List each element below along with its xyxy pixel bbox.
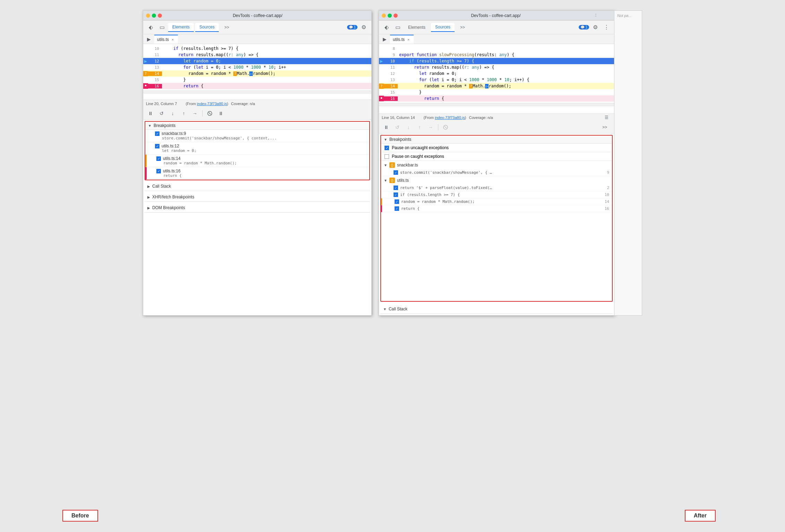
code-line-10-after: ▶ 10 if (results.length >= 7) {: [379, 58, 614, 64]
breakpoints-header-before[interactable]: ▼ Breakpoints: [145, 122, 369, 130]
after-panel: DevTools - coffee-cart.app/ ⋮ ⬖ ▭ Elemen…: [379, 10, 614, 316]
code-line-13-before: 13 for (let i = 0; i < 1000 * 1000 * 10;…: [143, 64, 371, 70]
call-stack-header-after[interactable]: ▼ Call Stack: [380, 304, 613, 314]
async-btn-before[interactable]: ⏸: [216, 109, 225, 118]
bp-check-utils14-before[interactable]: ✓: [156, 156, 161, 161]
cursor-icon-after[interactable]: ⬖: [382, 23, 391, 32]
bp-item-snackbar-before: ✓ snackbar.ts:9 store.commit('snackbar/s…: [145, 130, 369, 142]
notification-badge-after[interactable]: 💬 1: [579, 25, 589, 29]
source-link-before[interactable]: index-73f73a80.js: [197, 102, 227, 106]
window-title-after: DevTools - coffee-cart.app/: [398, 13, 594, 18]
tab-elements-before[interactable]: Elements: [168, 23, 194, 32]
source-link-after[interactable]: index-73f73a80.js: [435, 115, 465, 120]
minimize-btn-after[interactable]: [382, 14, 386, 18]
sidebar-before: ▼ Breakpoints ✓ snackbar.ts:9 store.comm…: [143, 120, 371, 315]
xhr-section-before: ▶ XHR/fetch Breakpoints: [145, 192, 370, 202]
xhr-header-before[interactable]: ▶ XHR/fetch Breakpoints: [145, 192, 370, 202]
title-bar-after: DevTools - coffee-cart.app/ ⋮: [379, 11, 614, 20]
not-paused-panel: Not pa...: [614, 10, 642, 316]
file-tab-close-after[interactable]: ×: [406, 37, 411, 42]
maximize-btn[interactable]: [152, 14, 156, 18]
close-btn-after[interactable]: [394, 14, 398, 18]
pause-btn-before[interactable]: ⏸: [146, 109, 155, 118]
bp-check-snackbar-before[interactable]: ✓: [155, 131, 159, 136]
file-tab-before: utils.ts ×: [154, 35, 178, 44]
step-out-btn-before[interactable]: ↑: [179, 109, 188, 118]
breakpoints-section-after: ▼ Breakpoints ✓ Pause on uncaught except…: [380, 135, 613, 302]
bp-code-utils14-before: random = random * Math.random();: [156, 161, 366, 165]
pause-uncaught-check[interactable]: ✓: [385, 146, 389, 150]
code-line-16-after: • 16 return {: [379, 95, 614, 102]
bp-code-snackbar-before: store.commit('snackbar/showMessage', { c…: [155, 136, 366, 140]
step-btn-before[interactable]: →: [190, 109, 199, 118]
coverage-before: Coverage: n/a: [231, 102, 255, 106]
close-btn[interactable]: [158, 14, 162, 18]
breakpoints-header-after[interactable]: ▼ Breakpoints: [381, 136, 612, 144]
bp-arrow-after: ▼: [384, 138, 387, 141]
call-stack-section-after: ▼ Call Stack: [380, 304, 613, 314]
bp-snackbar-item-1: ✓ store.commit('snackbar/showMessage', {…: [381, 169, 612, 176]
more-debug-btn[interactable]: >>: [598, 123, 611, 132]
pause-caught-check[interactable]: [385, 154, 389, 159]
tab-more-after[interactable]: >>: [456, 23, 469, 32]
bp-utils-item-4: ✓ return { 16: [381, 205, 612, 212]
h-scrollbar-before[interactable]: [143, 91, 371, 94]
bp-snackbar-check-1[interactable]: ✓: [394, 170, 398, 175]
debug-toolbar-after: ⏸ ↺ ↓ ↑ → >>: [379, 121, 614, 134]
code-line-11-after: 11 return results.map((r: any) => {: [379, 64, 614, 70]
toggle-sidebar-after[interactable]: ▶: [380, 35, 389, 43]
maximize-btn-after[interactable]: [388, 14, 392, 18]
file-tab-close-before[interactable]: ×: [170, 37, 175, 42]
file-tab-bar-after: ▶ utils.ts ×: [379, 34, 614, 44]
bp-item-utils16-before: ✓ utils.ts:16 return {: [145, 167, 369, 180]
top-toolbar-before: ⬖ ▭ Elements Sources >> 💬 1 ⚙: [143, 20, 371, 34]
step-out-btn-after[interactable]: ↑: [415, 123, 424, 132]
code-line-14-after: ? 14 random = random * ?Math.▷random();: [379, 83, 614, 89]
breakpoints-toggle-after[interactable]: [441, 123, 450, 132]
bp-utils-check-2[interactable]: ✓: [394, 192, 398, 197]
dom-header-before[interactable]: ▶ DOM Breakpoints: [145, 203, 370, 213]
device-icon-after[interactable]: ▭: [393, 23, 403, 32]
file-tab-after: utils.ts ×: [390, 35, 414, 44]
device-icon[interactable]: ▭: [157, 23, 167, 32]
call-stack-label-after: Call Stack: [389, 307, 407, 311]
tab-sources-after[interactable]: Sources: [431, 23, 455, 32]
tab-sources-before[interactable]: Sources: [195, 23, 219, 32]
step-over-btn-after[interactable]: ↺: [393, 123, 402, 132]
call-stack-section-before: ▶ Call Stack: [145, 182, 370, 191]
code-editor-after: 8 9 export function slowProcessing(resul…: [379, 44, 614, 113]
bp-group-snackbar-header[interactable]: ▼ {} snackbar.ts: [381, 161, 612, 169]
tab-elements-after[interactable]: Elements: [404, 23, 430, 32]
toggle-sidebar-before[interactable]: ▶: [145, 35, 153, 43]
bp-utils-item-2: ✓ if (results.length >= 7) { 10: [381, 191, 612, 198]
bp-check-utils16-before[interactable]: ✓: [156, 169, 161, 173]
bp-utils-check-3[interactable]: ✓: [395, 199, 399, 204]
pause-uncaught-item: ✓ Pause on uncaught exceptions: [381, 144, 612, 152]
step-btn-after[interactable]: →: [426, 123, 435, 132]
step-into-btn-before[interactable]: ↓: [168, 109, 177, 118]
xhr-label-before: XHR/fetch Breakpoints: [152, 195, 194, 199]
bp-group-utils-header[interactable]: ▼ {} utils.ts: [381, 176, 612, 185]
bp-utils-check-1[interactable]: ✓: [394, 186, 398, 190]
bp-group-snackbar: ▼ {} snackbar.ts ✓ store.commit('snackba…: [381, 161, 612, 176]
code-line-15-before: 15 }: [143, 77, 371, 83]
cursor-icon[interactable]: ⬖: [146, 23, 156, 32]
call-stack-header-before[interactable]: ▶ Call Stack: [145, 182, 370, 191]
bp-utils-check-4[interactable]: ✓: [395, 206, 399, 211]
bp-group-utils: ▼ {} utils.ts ✓ return '$' + parseFloat(…: [381, 176, 612, 212]
settings-icon-before[interactable]: ⚙: [359, 23, 369, 32]
breakpoints-toggle-before[interactable]: [205, 109, 214, 118]
pause-btn-after[interactable]: ⏸: [382, 123, 391, 132]
notification-badge-before[interactable]: 💬 1: [347, 25, 357, 29]
tab-more-before[interactable]: >>: [220, 23, 233, 32]
minimize-btn[interactable]: [146, 14, 150, 18]
settings-icon-after[interactable]: ⚙: [590, 23, 600, 32]
bp-check-utils12-before[interactable]: ✓: [155, 144, 159, 148]
h-scrollbar-after[interactable]: [379, 103, 614, 106]
step-into-btn-after[interactable]: ↓: [404, 123, 413, 132]
not-paused-label: Not pa...: [616, 12, 640, 19]
code-line-11-before: 11 return results.map((r: any) => {: [143, 52, 371, 58]
call-stack-label-before: Call Stack: [152, 184, 171, 189]
more-icon-after[interactable]: ⋮: [602, 23, 611, 32]
step-over-btn-before[interactable]: ↺: [157, 109, 166, 118]
